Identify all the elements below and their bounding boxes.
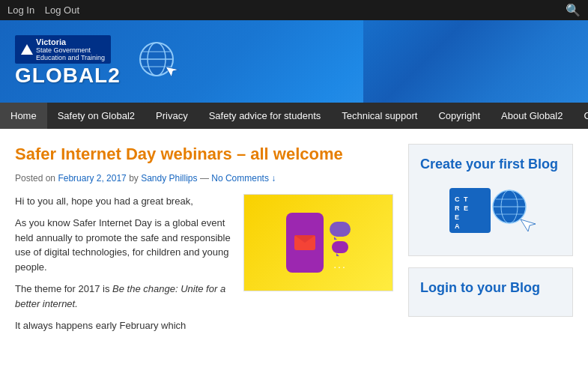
svg-marker-18: [521, 219, 536, 231]
vic-gov-badge: Victoria State Government Education and …: [15, 35, 111, 64]
svg-text:E: E: [464, 204, 468, 212]
envelope-icon: [294, 235, 315, 250]
main-nav: Home Safety on Global2 Privacy Safety ad…: [0, 103, 588, 129]
svg-text:R: R: [455, 204, 460, 212]
svg-text:E: E: [455, 213, 459, 221]
nav-contact-us[interactable]: Contact us: [573, 103, 588, 129]
vic-state: State Government: [36, 46, 105, 54]
search-button[interactable]: 🔍: [566, 3, 581, 17]
chat-bubble-1: [330, 222, 351, 237]
svg-text:C: C: [455, 195, 460, 203]
login-link[interactable]: Log In: [7, 4, 34, 16]
post-comments-link[interactable]: No Comments ↓: [211, 173, 276, 184]
post-image: ···: [243, 194, 393, 291]
post-body: ··· Hi to you all, hope you had a great …: [15, 194, 393, 333]
nav-copyright[interactable]: Copyright: [428, 103, 491, 129]
login-blog-title: Login to your Blog: [420, 279, 561, 297]
svg-text:A: A: [455, 222, 460, 230]
globe-icon: [136, 38, 181, 85]
top-bar: Log In Log Out 🔍: [0, 0, 588, 20]
nav-home[interactable]: Home: [0, 103, 47, 129]
create-blog-image: C R E A T E: [420, 181, 561, 240]
post-para4: It always happens early February which: [15, 318, 393, 333]
dots-icon: ···: [333, 261, 347, 273]
nav-privacy[interactable]: Privacy: [145, 103, 198, 129]
vic-edu: Education and Training: [36, 54, 105, 61]
phone-shape: [286, 213, 324, 273]
vic-name: Victoria: [36, 37, 105, 46]
posted-on-label: Posted on: [15, 173, 55, 184]
site-logo: Victoria State Government Education and …: [15, 35, 181, 88]
main-content: Safer Internet Day webinars – all welcom…: [0, 129, 588, 376]
post-author-link[interactable]: Sandy Phillips: [141, 173, 197, 184]
login-blog-widget: Login to your Blog: [408, 267, 573, 316]
by-label: by: [129, 173, 141, 184]
create-blog-widget: Create your first Blog C R E A T E: [408, 144, 573, 256]
site-name: GLOBAL2: [15, 64, 121, 88]
top-bar-links: Log In Log Out: [7, 4, 87, 16]
create-blog-title: Create your first Blog: [420, 156, 561, 173]
post-date-link[interactable]: February 2, 2017: [58, 173, 126, 184]
nav-safety-global2[interactable]: Safety on Global2: [47, 103, 145, 129]
nav-technical-support[interactable]: Technical support: [331, 103, 428, 129]
logout-link[interactable]: Log Out: [45, 4, 79, 16]
vic-triangle-icon: [21, 44, 33, 55]
site-header: Victoria State Government Education and …: [0, 20, 588, 103]
nav-safety-students[interactable]: Safety advice for students: [198, 103, 332, 129]
chat-bubble-2: [332, 241, 348, 253]
post-meta: Posted on February 2, 2017 by Sandy Phil…: [15, 173, 393, 184]
chat-area: ···: [330, 222, 351, 273]
phone-illustration: ···: [286, 213, 351, 273]
sidebar: Create your first Blog C R E A T E: [408, 144, 573, 376]
vic-gov-logo: Victoria State Government Education and …: [15, 35, 121, 88]
article: Safer Internet Day webinars – all welcom…: [15, 144, 408, 376]
meta-separator: —: [200, 173, 209, 184]
svg-text:T: T: [464, 195, 468, 203]
post-title: Safer Internet Day webinars – all welcom…: [15, 144, 393, 166]
nav-about-global2[interactable]: About Global2: [491, 103, 573, 129]
